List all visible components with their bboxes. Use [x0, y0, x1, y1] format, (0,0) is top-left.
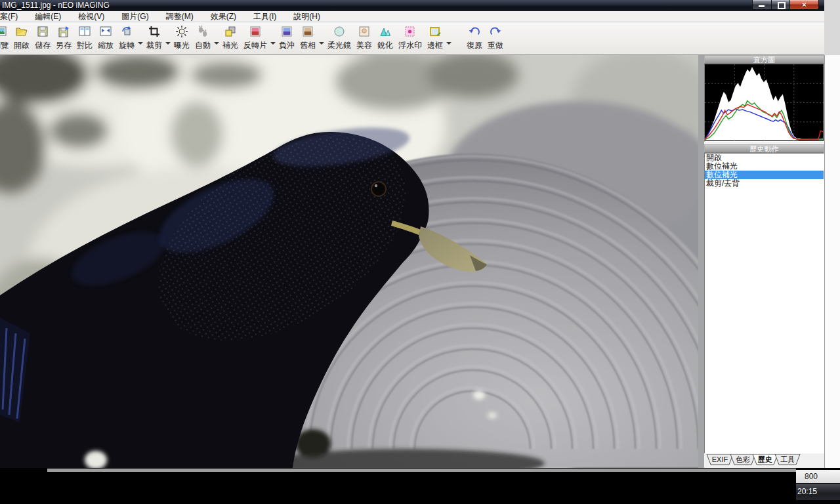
- bottom-blackout: [0, 468, 840, 504]
- menu-bar: 檔案(F)編輯(E)檢視(V)圖片(G)調整(M)效果(Z)工具(I)說明(H): [0, 11, 824, 22]
- menu-item-effects[interactable]: 效果(Z): [202, 11, 245, 22]
- frame-dropdown-arrow[interactable]: [446, 23, 452, 54]
- crop-dropdown-arrow[interactable]: [165, 23, 171, 54]
- soft-focus-button[interactable]: 柔光鏡: [326, 23, 353, 54]
- browse-icon: [0, 25, 7, 38]
- tab-color-label: 色彩: [736, 455, 750, 464]
- menu-item-help[interactable]: 說明(H): [285, 11, 329, 22]
- reversal-film-dropdown-arrow[interactable]: [270, 23, 276, 54]
- save-as-icon: [57, 25, 70, 38]
- open-button[interactable]: 開啟: [12, 23, 32, 54]
- histogram-header: 直方圖: [704, 55, 824, 64]
- window-controls: ×: [752, 0, 819, 10]
- undo-button[interactable]: 復原: [465, 23, 484, 54]
- menu-item-edit[interactable]: 編輯(E): [26, 11, 70, 22]
- panel-tabs: EXIF色彩歷史工具: [704, 454, 824, 467]
- menu-item-image[interactable]: 圖片(G): [113, 11, 157, 22]
- sharpen-label: 銳化: [377, 40, 393, 51]
- redo-label: 重做: [488, 40, 503, 51]
- frame-icon: [429, 25, 442, 38]
- photo-canvas[interactable]: [0, 55, 698, 468]
- old-photo-icon: [301, 25, 314, 38]
- minimize-icon: [759, 5, 765, 7]
- old-photo-dropdown-arrow[interactable]: [318, 23, 325, 54]
- menu-item-view[interactable]: 檢視(V): [70, 11, 113, 22]
- browse-button[interactable]: 瀏覽: [0, 23, 10, 54]
- desktop-edge-top: [824, 0, 840, 55]
- bird-photo: [0, 55, 698, 468]
- crop-button[interactable]: 裁剪: [144, 23, 164, 54]
- close-icon: ×: [790, 0, 818, 9]
- menu-item-file[interactable]: 檔案(F): [0, 11, 26, 22]
- zoom-label: 縮放: [98, 40, 114, 51]
- exposure-label: 曝光: [174, 40, 190, 51]
- watermark-button[interactable]: 浮水印: [396, 23, 424, 54]
- watermark-icon: [404, 25, 417, 38]
- save-label: 儲存: [35, 40, 51, 51]
- close-button[interactable]: ×: [789, 0, 819, 10]
- fill-light-label: 補光: [222, 40, 238, 51]
- fill-light-button[interactable]: 補光: [220, 23, 240, 54]
- window-title: IMG_1511.jpg - nEO iMAGING: [2, 0, 110, 11]
- exposure-icon: [175, 25, 188, 38]
- auto-label: 自動: [195, 40, 211, 51]
- cross-process-button[interactable]: 負沖: [277, 23, 297, 54]
- menu-item-adjust[interactable]: 調整(M): [158, 11, 202, 22]
- rotate-label: 旋轉: [119, 40, 135, 51]
- title-bar: IMG_1511.jpg - nEO iMAGING ×: [0, 0, 824, 11]
- reversal-film-icon: [249, 25, 262, 38]
- frame-button[interactable]: 邊框: [425, 23, 445, 54]
- watermark-label: 浮水印: [398, 40, 422, 51]
- browse-label: 瀏覽: [0, 40, 9, 51]
- sharpen-icon: [379, 25, 392, 38]
- compare-label: 對比: [77, 40, 93, 51]
- open-icon: [15, 25, 28, 38]
- redo-button[interactable]: 重做: [486, 23, 505, 54]
- rotate-button[interactable]: 旋轉: [117, 23, 136, 54]
- history-item[interactable]: 裁剪/去背: [705, 179, 824, 188]
- minimize-button[interactable]: [752, 0, 772, 10]
- undo-icon: [468, 25, 481, 38]
- save-button[interactable]: 儲存: [33, 23, 52, 54]
- compare-icon: [78, 25, 91, 38]
- open-label: 開啟: [14, 40, 30, 51]
- compare-button[interactable]: 對比: [75, 23, 94, 54]
- history-header: 歷史動作: [704, 144, 824, 153]
- beautify-label: 美容: [356, 40, 372, 51]
- exposure-button[interactable]: 曝光: [172, 23, 192, 54]
- zoom-button[interactable]: 縮放: [96, 23, 116, 54]
- soft-focus-icon: [333, 25, 346, 38]
- cross-process-icon: [280, 25, 293, 38]
- old-photo-button[interactable]: 舊相: [298, 23, 318, 54]
- toolbar: 瀏覽開啟儲存另存對比縮放旋轉裁剪曝光自動補光反轉片負沖舊相柔光鏡美容銳化浮水印邊…: [0, 22, 824, 55]
- histogram-chart: [705, 64, 824, 141]
- soft-focus-label: 柔光鏡: [327, 40, 351, 51]
- rotate-dropdown-arrow[interactable]: [137, 23, 144, 54]
- maximize-button[interactable]: [772, 0, 789, 10]
- save-icon: [36, 25, 49, 38]
- beautify-button[interactable]: 美容: [354, 23, 374, 54]
- beautify-icon: [358, 25, 371, 38]
- status-value: 800: [796, 470, 840, 483]
- desktop-edge-side: [824, 55, 840, 468]
- frame-label: 邊框: [427, 40, 443, 51]
- crop-icon: [148, 25, 161, 38]
- fill-light-icon: [224, 25, 237, 38]
- old-photo-label: 舊相: [300, 40, 316, 51]
- save-as-label: 另存: [56, 40, 72, 51]
- tab-history-label: 歷史: [757, 455, 772, 463]
- sharpen-button[interactable]: 銳化: [375, 23, 395, 54]
- undo-label: 復原: [467, 40, 482, 51]
- rotate-icon: [120, 25, 133, 38]
- auto-icon: [196, 25, 209, 38]
- taskbar-clock[interactable]: 20:15: [796, 484, 840, 500]
- reversal-film-button[interactable]: 反轉片: [242, 23, 269, 54]
- auto-button[interactable]: 自動: [193, 23, 213, 54]
- save-as-button[interactable]: 另存: [54, 23, 74, 54]
- menu-item-tools[interactable]: 工具(I): [245, 11, 285, 22]
- side-panel: 直方圖 歷史動作 開啟數位補光數位補光裁剪/去背 EXIF色彩歷史工具: [704, 55, 824, 468]
- auto-dropdown-arrow[interactable]: [213, 23, 220, 54]
- tab-exif-label: EXIF: [712, 455, 728, 463]
- status-bar-edge: [47, 469, 796, 472]
- cross-process-label: 負沖: [279, 40, 295, 51]
